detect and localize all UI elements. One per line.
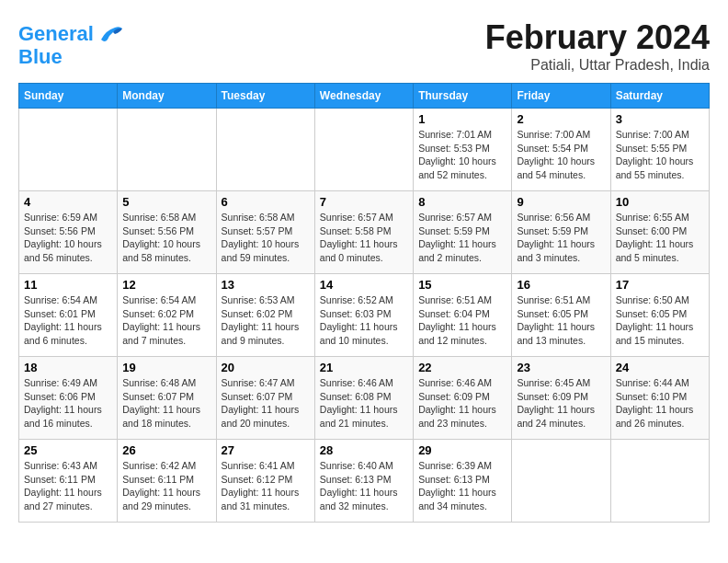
day-info: Sunrise: 6:48 AM Sunset: 6:07 PM Dayligh… [122,376,210,431]
day-number: 25 [24,443,112,457]
day-number: 16 [517,278,605,292]
day-number: 2 [517,112,605,126]
day-info: Sunrise: 6:47 AM Sunset: 6:07 PM Dayligh… [222,376,310,431]
day-number: 22 [418,361,506,374]
calendar-cell: 25Sunrise: 6:43 AM Sunset: 6:11 PM Dayli… [19,440,118,523]
day-info: Sunrise: 6:46 AM Sunset: 6:09 PM Dayligh… [418,376,506,431]
day-number: 27 [222,443,310,457]
day-info: Sunrise: 6:49 AM Sunset: 6:06 PM Dayligh… [24,376,112,431]
calendar-cell [610,440,709,523]
weekday-header-monday: Monday [118,84,216,109]
calendar-week-row: 25Sunrise: 6:43 AM Sunset: 6:11 PM Dayli… [19,440,710,523]
calendar-week-row: 18Sunrise: 6:49 AM Sunset: 6:06 PM Dayli… [19,357,710,440]
day-number: 23 [517,361,605,374]
calendar-cell: 21Sunrise: 6:46 AM Sunset: 6:08 PM Dayli… [314,357,413,440]
day-info: Sunrise: 6:46 AM Sunset: 6:08 PM Dayligh… [320,376,408,431]
day-info: Sunrise: 6:42 AM Sunset: 6:11 PM Dayligh… [122,459,210,513]
calendar-cell [512,440,610,523]
calendar-cell: 3Sunrise: 7:00 AM Sunset: 5:55 PM Daylig… [610,109,709,191]
month-title: February 2024 [485,18,710,57]
day-number: 9 [517,195,605,209]
calendar-week-row: 11Sunrise: 6:54 AM Sunset: 6:01 PM Dayli… [19,274,710,357]
logo-bird-icon [97,23,124,46]
day-info: Sunrise: 6:54 AM Sunset: 6:01 PM Dayligh… [24,293,112,348]
day-number: 1 [418,112,506,126]
day-number: 3 [616,112,704,126]
calendar-cell: 9Sunrise: 6:56 AM Sunset: 5:59 PM Daylig… [512,191,610,274]
day-info: Sunrise: 6:40 AM Sunset: 6:13 PM Dayligh… [320,459,408,513]
day-number: 15 [418,278,506,292]
calendar-cell: 15Sunrise: 6:51 AM Sunset: 6:04 PM Dayli… [414,274,512,357]
calendar-cell: 20Sunrise: 6:47 AM Sunset: 6:07 PM Dayli… [216,357,314,440]
day-number: 17 [616,278,704,292]
calendar-cell: 12Sunrise: 6:54 AM Sunset: 6:02 PM Dayli… [118,274,216,357]
calendar-cell: 2Sunrise: 7:00 AM Sunset: 5:54 PM Daylig… [512,109,610,191]
title-block: February 2024 Patiali, Uttar Pradesh, In… [485,18,710,74]
calendar-cell: 24Sunrise: 6:44 AM Sunset: 6:10 PM Dayli… [610,357,709,440]
calendar-cell [314,109,413,191]
weekday-header-row: SundayMondayTuesdayWednesdayThursdayFrid… [19,84,710,109]
logo: General Blue [18,23,124,68]
day-number: 26 [122,443,210,457]
weekday-header-thursday: Thursday [414,84,512,109]
calendar-cell: 18Sunrise: 6:49 AM Sunset: 6:06 PM Dayli… [19,357,118,440]
day-number: 24 [616,361,704,374]
calendar-cell: 17Sunrise: 6:50 AM Sunset: 6:05 PM Dayli… [610,274,709,357]
day-info: Sunrise: 6:54 AM Sunset: 6:02 PM Dayligh… [122,293,210,348]
calendar-table: SundayMondayTuesdayWednesdayThursdayFrid… [18,83,710,523]
day-info: Sunrise: 7:00 AM Sunset: 5:55 PM Dayligh… [616,128,704,182]
calendar-cell: 4Sunrise: 6:59 AM Sunset: 5:56 PM Daylig… [19,191,118,274]
day-info: Sunrise: 6:50 AM Sunset: 6:05 PM Dayligh… [616,293,704,348]
calendar-cell: 16Sunrise: 6:51 AM Sunset: 6:05 PM Dayli… [512,274,610,357]
day-info: Sunrise: 6:55 AM Sunset: 6:00 PM Dayligh… [616,211,704,265]
day-number: 29 [418,443,506,457]
day-info: Sunrise: 6:41 AM Sunset: 6:12 PM Dayligh… [222,459,310,513]
calendar-cell: 10Sunrise: 6:55 AM Sunset: 6:00 PM Dayli… [610,191,709,274]
day-info: Sunrise: 6:43 AM Sunset: 6:11 PM Dayligh… [24,459,112,513]
day-info: Sunrise: 6:58 AM Sunset: 5:57 PM Dayligh… [222,211,310,265]
calendar-cell: 23Sunrise: 6:45 AM Sunset: 6:09 PM Dayli… [512,357,610,440]
day-number: 4 [24,195,112,209]
day-number: 28 [320,443,408,457]
weekday-header-tuesday: Tuesday [216,84,314,109]
calendar-cell: 6Sunrise: 6:58 AM Sunset: 5:57 PM Daylig… [216,191,314,274]
day-info: Sunrise: 6:39 AM Sunset: 6:13 PM Dayligh… [418,459,506,513]
calendar-cell: 1Sunrise: 7:01 AM Sunset: 5:53 PM Daylig… [414,109,512,191]
day-info: Sunrise: 6:59 AM Sunset: 5:56 PM Dayligh… [24,211,112,265]
day-number: 8 [418,195,506,209]
weekday-header-saturday: Saturday [610,84,709,109]
day-info: Sunrise: 6:56 AM Sunset: 5:59 PM Dayligh… [517,211,605,265]
weekday-header-sunday: Sunday [19,84,118,109]
day-info: Sunrise: 6:57 AM Sunset: 5:58 PM Dayligh… [320,211,408,265]
calendar-cell: 13Sunrise: 6:53 AM Sunset: 6:02 PM Dayli… [216,274,314,357]
day-info: Sunrise: 6:51 AM Sunset: 6:04 PM Dayligh… [418,293,506,348]
calendar-cell: 27Sunrise: 6:41 AM Sunset: 6:12 PM Dayli… [216,440,314,523]
calendar-week-row: 1Sunrise: 7:01 AM Sunset: 5:53 PM Daylig… [19,109,710,191]
calendar-cell: 29Sunrise: 6:39 AM Sunset: 6:13 PM Dayli… [414,440,512,523]
day-info: Sunrise: 6:44 AM Sunset: 6:10 PM Dayligh… [616,376,704,431]
weekday-header-friday: Friday [512,84,610,109]
day-info: Sunrise: 6:58 AM Sunset: 5:56 PM Dayligh… [122,211,210,265]
day-number: 21 [320,361,408,374]
calendar-cell: 19Sunrise: 6:48 AM Sunset: 6:07 PM Dayli… [118,357,216,440]
day-info: Sunrise: 6:45 AM Sunset: 6:09 PM Dayligh… [517,376,605,431]
day-number: 12 [122,278,210,292]
location-title: Patiali, Uttar Pradesh, India [485,57,710,74]
day-number: 18 [24,361,112,374]
day-number: 20 [222,361,310,374]
weekday-header-wednesday: Wednesday [314,84,413,109]
day-number: 11 [24,278,112,292]
logo-line1: General [18,23,124,46]
calendar-cell [118,109,216,191]
calendar-cell [216,109,314,191]
page-header: General Blue February 2024 Patiali, Utta… [18,18,710,74]
day-number: 5 [122,195,210,209]
calendar-cell: 14Sunrise: 6:52 AM Sunset: 6:03 PM Dayli… [314,274,413,357]
day-info: Sunrise: 6:53 AM Sunset: 6:02 PM Dayligh… [222,293,310,348]
calendar-cell: 28Sunrise: 6:40 AM Sunset: 6:13 PM Dayli… [314,440,413,523]
day-info: Sunrise: 7:01 AM Sunset: 5:53 PM Dayligh… [418,128,506,182]
day-number: 10 [616,195,704,209]
day-number: 14 [320,278,408,292]
day-number: 6 [222,195,310,209]
day-number: 7 [320,195,408,209]
